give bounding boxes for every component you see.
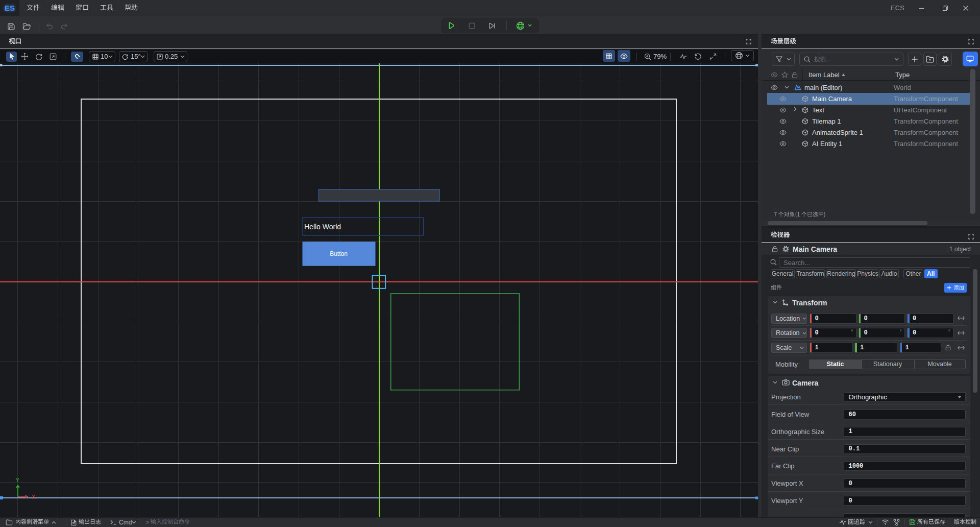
- svg-text:Y: Y: [16, 477, 20, 483]
- svg-text:X: X: [32, 494, 36, 500]
